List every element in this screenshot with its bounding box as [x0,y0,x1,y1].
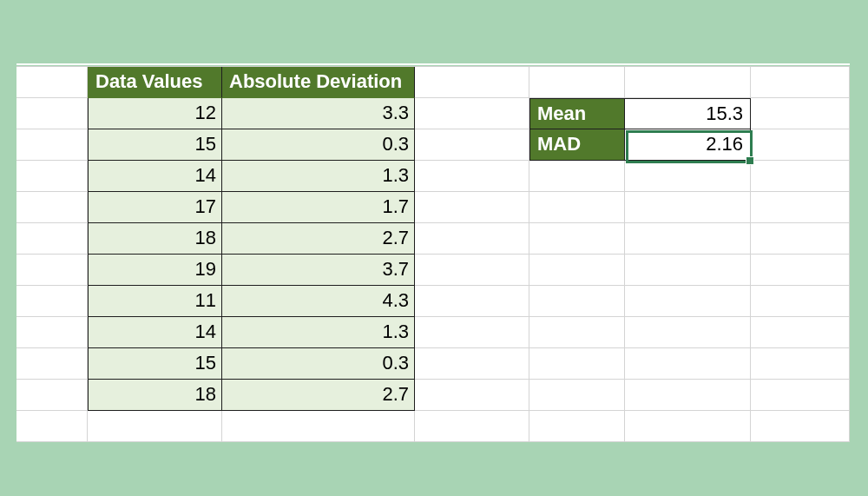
cell-blank[interactable] [751,317,850,348]
table-row: 18 2.7 [16,223,850,255]
data-value-cell[interactable]: 14 [88,161,222,192]
cell-blank[interactable] [625,411,751,442]
table-row: 15 0.3 MAD 2.16 [16,129,850,161]
data-value-cell[interactable]: 15 [88,129,222,161]
data-value-cell[interactable]: 18 [88,223,222,255]
data-value-cell[interactable]: 14 [88,317,222,348]
mad-value[interactable]: 2.16 [625,129,751,161]
data-value-cell[interactable]: 12 [88,98,222,129]
mean-label[interactable]: Mean [529,98,625,129]
cell-blank[interactable] [16,317,88,348]
cell-blank[interactable] [751,380,850,411]
data-value-cell[interactable]: 18 [88,380,222,411]
table-row: 11 4.3 [16,286,850,317]
cell-blank[interactable] [16,67,88,98]
absdev-cell[interactable]: 3.7 [222,255,415,286]
cell-blank[interactable] [529,286,625,317]
data-value-cell[interactable]: 17 [88,192,222,223]
cell-blank[interactable] [16,192,88,223]
cell-blank[interactable] [529,317,625,348]
cell-blank[interactable] [415,223,529,255]
cell-blank[interactable] [625,317,751,348]
data-value-cell[interactable]: 15 [88,348,222,380]
cell-blank[interactable] [751,192,850,223]
cell-blank[interactable] [16,98,88,129]
cell-blank[interactable] [529,255,625,286]
cell-blank[interactable] [751,255,850,286]
cell-blank[interactable] [751,223,850,255]
cell-blank[interactable] [16,255,88,286]
absdev-cell[interactable]: 1.3 [222,317,415,348]
absdev-cell[interactable]: 4.3 [222,286,415,317]
table-row: 12 3.3 Mean 15.3 [16,98,850,129]
cell-blank[interactable] [415,192,529,223]
mad-label[interactable]: MAD [529,129,625,161]
cell-blank[interactable] [751,161,850,192]
header-data-values[interactable]: Data Values [88,67,222,98]
table-row: 18 2.7 [16,380,850,411]
absdev-cell[interactable]: 2.7 [222,380,415,411]
cell-blank[interactable] [16,380,88,411]
cell-blank[interactable] [529,192,625,223]
cell-blank[interactable] [415,67,529,98]
cell-blank[interactable] [16,161,88,192]
cell-blank[interactable] [751,286,850,317]
cell-blank[interactable] [16,411,88,442]
absdev-cell[interactable]: 0.3 [222,348,415,380]
cell-blank[interactable] [415,286,529,317]
cell-blank[interactable] [16,129,88,161]
cell-blank[interactable] [415,98,529,129]
cell-blank[interactable] [529,161,625,192]
cell-blank[interactable] [415,161,529,192]
grid[interactable]: Data Values Absolute Deviation 12 3.3 Me… [16,67,850,442]
cell-blank[interactable] [625,380,751,411]
cell-blank[interactable] [529,223,625,255]
cell-blank[interactable] [88,411,222,442]
absdev-cell[interactable]: 1.3 [222,161,415,192]
cell-blank[interactable] [415,317,529,348]
cell-blank[interactable] [751,411,850,442]
table-row: 14 1.3 [16,161,850,192]
cell-blank[interactable] [751,67,850,98]
mean-value[interactable]: 15.3 [625,98,751,129]
cell-blank[interactable] [625,67,751,98]
cell-blank[interactable] [16,223,88,255]
cell-blank[interactable] [751,348,850,380]
table-row: 15 0.3 [16,348,850,380]
absdev-cell[interactable]: 3.3 [222,98,415,129]
table-row: 17 1.7 [16,192,850,223]
cell-blank[interactable] [625,255,751,286]
cell-blank[interactable] [529,380,625,411]
cell-blank[interactable] [625,223,751,255]
cell-blank[interactable] [415,129,529,161]
blank-row [16,411,850,442]
data-value-cell[interactable]: 11 [88,286,222,317]
spreadsheet-area[interactable]: Data Values Absolute Deviation 12 3.3 Me… [16,66,850,442]
table-row: 19 3.7 [16,255,850,286]
cell-blank[interactable] [415,380,529,411]
header-absolute-deviation[interactable]: Absolute Deviation [222,67,415,98]
cell-blank[interactable] [529,348,625,380]
table-row: 14 1.3 [16,317,850,348]
absdev-cell[interactable]: 2.7 [222,223,415,255]
header-row: Data Values Absolute Deviation [16,67,850,98]
cell-blank[interactable] [751,98,850,129]
cell-blank[interactable] [415,411,529,442]
cell-blank[interactable] [625,161,751,192]
cell-blank[interactable] [16,348,88,380]
absdev-cell[interactable]: 1.7 [222,192,415,223]
cell-blank[interactable] [415,348,529,380]
cell-blank[interactable] [625,192,751,223]
data-value-cell[interactable]: 19 [88,255,222,286]
cell-blank[interactable] [529,67,625,98]
cell-blank[interactable] [625,348,751,380]
cell-blank[interactable] [222,411,415,442]
cell-blank[interactable] [415,255,529,286]
cell-blank[interactable] [625,286,751,317]
cell-blank[interactable] [529,411,625,442]
cell-blank[interactable] [16,286,88,317]
absdev-cell[interactable]: 0.3 [222,129,415,161]
cell-blank[interactable] [751,129,850,161]
